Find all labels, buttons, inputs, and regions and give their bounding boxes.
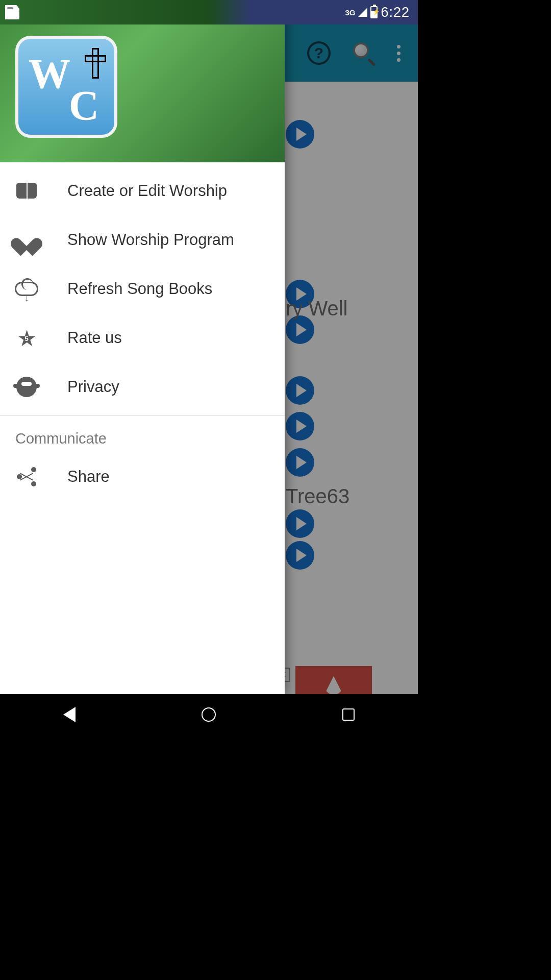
battery-icon: ⚡	[370, 6, 378, 18]
divider	[0, 415, 285, 416]
heart-icon	[14, 228, 39, 252]
menu-item-label: Show Worship Program	[67, 231, 234, 249]
book-icon	[14, 179, 39, 203]
system-navigation-bar	[0, 694, 418, 735]
menu-item-label: Refresh Song Books	[67, 280, 212, 298]
share-icon	[14, 464, 39, 489]
section-header-communicate: Communicate	[0, 420, 285, 452]
menu-item-show-worship-program[interactable]: Show Worship Program	[0, 215, 285, 264]
menu-item-rate-us[interactable]: ★ Rate us	[0, 313, 285, 362]
menu-item-label: Share	[67, 468, 110, 486]
home-button[interactable]	[202, 707, 216, 722]
menu-item-label: Create or Edit Worship	[67, 182, 227, 200]
app-logo: W C	[15, 36, 117, 138]
menu-item-share[interactable]: Share	[0, 452, 285, 501]
network-type-label: 3G	[345, 8, 355, 17]
privacy-icon	[14, 375, 39, 399]
star-icon: ★	[14, 326, 39, 350]
cloud-download-icon	[14, 277, 39, 301]
sd-card-icon	[5, 5, 19, 19]
menu-item-label: Privacy	[67, 378, 119, 396]
status-bar: 3G ⚡ 6:22	[0, 0, 418, 24]
menu-item-create-edit-worship[interactable]: Create or Edit Worship	[0, 166, 285, 215]
menu-item-refresh-song-books[interactable]: Refresh Song Books	[0, 264, 285, 313]
signal-icon	[358, 8, 367, 17]
cross-icon	[85, 48, 103, 76]
drawer-menu: Create or Edit Worship Show Worship Prog…	[0, 162, 285, 694]
clock: 6:22	[381, 5, 410, 20]
navigation-drawer: W C Create or Edit Worship Show Worship …	[0, 0, 285, 694]
menu-item-privacy[interactable]: Privacy	[0, 362, 285, 411]
recent-apps-button[interactable]	[342, 708, 355, 721]
back-button[interactable]	[63, 707, 76, 722]
menu-item-label: Rate us	[67, 329, 122, 347]
